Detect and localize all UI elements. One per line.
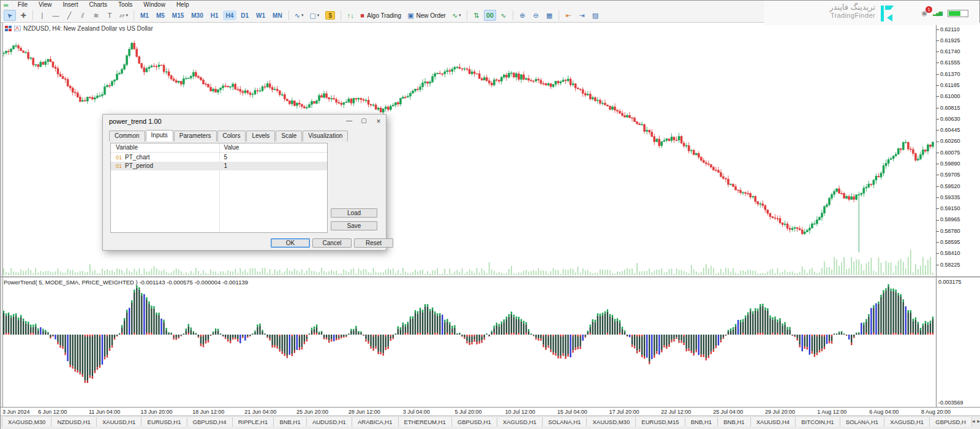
indicators-list-icon[interactable]: ∿▾ [450,10,464,21]
menu-view[interactable]: View [33,1,58,8]
menu-file[interactable]: File [12,1,33,8]
horizontal-line-tool-icon[interactable]: — [50,10,62,21]
symbol-tab-gbpusd[interactable]: GBPUSD,H4 [187,417,233,427]
menu-tools[interactable]: Tools [113,1,138,8]
tile-windows-icon[interactable]: ▦ [543,10,556,21]
menu-window[interactable]: Window [138,1,171,8]
indicators-list-icon: ∿ [452,12,458,20]
cursor-tool-icon[interactable]: ➤ [4,10,16,21]
reset-button[interactable]: Reset [354,238,393,248]
dialog-restore-button[interactable]: ▢ [356,117,371,126]
price-axis-label: 0.61555 [937,59,960,66]
dialog-tab-visualization[interactable]: Visualization [303,131,348,142]
tab-scroll-right-icon[interactable]: ▸ [977,418,980,424]
time-axis[interactable]: 3 Jun 20246 Jun 12:0011 Jun 04:0013 Jun … [1,407,980,416]
dialog-tab-scale[interactable]: Scale [276,131,302,142]
input-row-pt_chart[interactable]: 01PT_chart5 [111,153,327,162]
timeframe-w1[interactable]: W1 [253,10,268,20]
notification-badge: 1 [925,6,932,13]
symbol-tab-solana[interactable]: SOLANA,H1 [840,417,884,427]
bars-count-button[interactable]: 00 [484,10,496,21]
symbol-tab-eurusd[interactable]: EURUSD,M15 [636,417,685,427]
crosshair-tool-icon[interactable]: ✚ [17,10,29,21]
indicator-histogram[interactable] [1,278,936,407]
symbol-tab-solana[interactable]: SOLANA,H1 [543,417,587,427]
notifications-icon[interactable]: ◉ 1 [921,9,927,17]
timeframe-m1[interactable]: M1 [137,10,152,20]
symbol-tab-xagusd[interactable]: XAGUSD,H1 [497,417,543,427]
vertical-line-tool-icon[interactable]: ∣ [36,10,48,21]
timeframe-d1[interactable]: D1 [238,10,252,20]
symbol-tab-bnb[interactable]: BNB,H1 [718,417,750,427]
symbol-tab-ripple[interactable]: RIPPLE,H1 [233,417,274,427]
cursor-tool-icon: ➤ [5,10,15,20]
symbol-tab-xagusd[interactable]: XAGUSD,M30 [2,417,51,427]
dialog-tab-levels[interactable]: Levels [246,131,275,142]
symbol-tab-audusd[interactable]: AUDUSD,H1 [307,417,352,427]
symbol-tab-ethereum[interactable]: ETHEREUM,H1 [399,417,452,427]
symbol-tab-arabica[interactable]: ARABICA,H1 [352,417,399,427]
dialog-tab-parameters[interactable]: Parameters [174,131,217,142]
save-button[interactable]: Save [331,221,377,230]
zoom-out-icon[interactable]: ⊖ [530,10,542,21]
equidistant-channel-tool-icon[interactable]: ≋ [90,10,102,21]
chevron-down-icon: ▾ [459,13,461,18]
input-row-pt_period[interactable]: 01PT_period1 [111,162,327,170]
candle-chart-type-icon: ▢ [309,12,315,20]
app-logo-icon: ∞ [4,2,9,8]
ok-button[interactable]: OK [271,238,310,248]
symbol-tab-eurusd[interactable]: EURUSD,H1 [141,417,187,427]
text-tool-icon[interactable]: T [104,10,116,21]
dialog-tab-colors[interactable]: Colors [217,131,246,142]
one-click-trading-icon[interactable] [14,26,21,31]
dock-left-icon[interactable]: ⇤ [562,10,575,21]
menu-insert[interactable]: Insert [57,1,83,8]
symbol-tab-bitcoin[interactable]: BITCOIN,H1 [796,417,840,427]
timeframe-mn[interactable]: MN [270,10,285,20]
timeframe-m15[interactable]: M15 [169,10,187,20]
timeframe-h1[interactable]: H1 [208,10,222,20]
timeframe-m30[interactable]: M30 [188,10,206,20]
trade-levels-icon[interactable]: ⇅ [470,10,483,21]
channel-tool-icon[interactable]: ⫽ [77,10,89,21]
dialog-close-button[interactable]: × [371,117,386,126]
dialog-titlebar[interactable]: power_trend 1.00 — ▢ × [103,115,386,128]
line-chart-type-icon[interactable]: ∿▾ [292,10,306,21]
trendline-tool-icon[interactable]: ╱ [63,10,75,21]
indicator-axis[interactable]: 0.003175 -0.003569 [936,278,980,407]
timeframe-h4[interactable]: H4 [223,10,237,20]
symbol-tab-xauusd[interactable]: XAUUSD,M30 [587,417,636,427]
symbol-tab-bnb[interactable]: BNB,H1 [685,417,718,427]
inputs-table[interactable]: Variable Value 01PT_chart501PT_period1 [110,143,328,233]
timeframe-m5[interactable]: M5 [153,10,168,20]
dock-right-icon[interactable]: ⇥ [576,10,588,21]
menu-help[interactable]: Help [171,1,195,8]
algo-trading-button[interactable]: ■Algo Trading [358,10,404,21]
panel-splitter[interactable] [1,276,980,278]
price-axis[interactable]: 0.621100.619250.617400.615550.613700.611… [936,23,980,276]
buy-sell-arrows-icon[interactable]: ↑↓ [344,10,356,21]
tick-chart-icon[interactable]: $ [323,10,337,21]
dialog-tab-inputs[interactable]: Inputs [146,130,173,141]
dialog-tab-common[interactable]: Common [109,131,145,142]
depth-of-market-icon[interactable] [5,26,12,31]
shapes-tool-icon[interactable]: ▱▾ [117,10,130,21]
symbol-tab-bnb[interactable]: BNB,H1 [274,417,306,427]
cancel-button[interactable]: Cancel [312,238,352,248]
new-order-button[interactable]: ▣New Order [405,10,448,21]
menu-charts[interactable]: Charts [83,1,112,8]
symbol-tab-gbpusd[interactable]: GBPUSD,H [930,417,972,427]
symbol-tab-nzdusd[interactable]: NZDUSD,H1 [51,417,97,427]
load-button[interactable]: Load [331,208,377,218]
symbol-tab-xagusd[interactable]: XAGUSD,H1 [884,417,930,427]
time-axis-label: 18 Jun 12:00 [192,409,224,415]
tab-scroll-left-icon[interactable]: ◂ [972,418,975,424]
zigzag-icon[interactable]: ∿ [497,10,510,21]
zoom-in-icon[interactable]: ⊕ [516,10,529,21]
candle-chart-type-icon[interactable]: ▢▾ [307,10,322,21]
symbol-tab-xauusd[interactable]: XAUUSD,H1 [97,417,142,427]
symbol-tab-gbpusd[interactable]: GBPUSD,H1 [452,417,497,427]
strategy-tester-icon[interactable]: ▨ [589,10,601,21]
dialog-minimize-button[interactable]: — [342,117,356,126]
symbol-tab-xauusd[interactable]: XAUUSD,H4 [751,417,796,427]
